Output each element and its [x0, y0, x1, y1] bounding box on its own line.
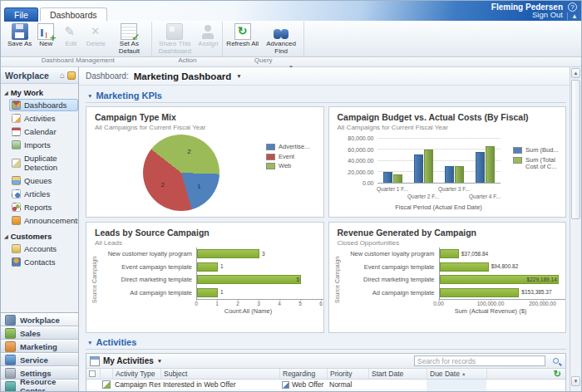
- view-selector[interactable]: My Activities: [103, 356, 154, 365]
- sidebar-item-label: Imports: [24, 140, 51, 149]
- y-axis-tick: 60,000.00: [329, 147, 374, 153]
- x-axis-ticks: 0123456: [196, 300, 323, 307]
- search-input[interactable]: [414, 355, 545, 366]
- scroll-down-icon[interactable]: ▼: [571, 376, 580, 386]
- ribbon-group-action: Share This DashboardAssignAction: [152, 22, 223, 56]
- refresh-grid-icon[interactable]: ↻: [554, 370, 563, 379]
- ribbon-group-buttons: Share This DashboardAssign: [154, 22, 220, 55]
- panel-campaign-type-mix: Campaign Type MixAll Campaigns for Curre…: [86, 106, 324, 218]
- sidebar-item-label: Calendar: [24, 127, 57, 136]
- sidebar-item-label: Contacts: [24, 257, 56, 267]
- set-as-default-button[interactable]: Set As Default: [108, 22, 150, 55]
- scroll-up-icon[interactable]: ▲: [571, 68, 580, 78]
- sidebar-item-calendar[interactable]: Calendar: [9, 125, 78, 138]
- home-icon[interactable]: ⌂: [60, 71, 65, 80]
- scrollbar-thumb[interactable]: [571, 80, 580, 219]
- sidebar-item-accounts[interactable]: Accounts: [9, 243, 78, 255]
- vertical-scrollbar[interactable]: ▲ ▼: [570, 67, 581, 392]
- save-as-button[interactable]: Save As: [6, 22, 33, 48]
- sidebar-group-label: Customers: [11, 232, 52, 241]
- sidebar-item-contacts[interactable]: Contacts: [9, 256, 78, 268]
- nav-button-service[interactable]: Service: [1, 353, 78, 366]
- sidebar-item-imports[interactable]: Imports: [9, 139, 78, 151]
- pie-slice-value: 2: [187, 148, 190, 155]
- y-axis-title: Source Campaign: [334, 254, 340, 306]
- section-activities[interactable]: ▼ Activities: [86, 336, 566, 350]
- set-as-default-icon: [121, 23, 137, 40]
- sidebar-item-dashboards[interactable]: Dashboards: [9, 99, 78, 111]
- settings-icon: [5, 368, 16, 379]
- legend-item: Sum (Bud...: [513, 147, 563, 154]
- sidebar-item-announcements[interactable]: Announcements: [9, 214, 78, 227]
- nav-button-marketing[interactable]: Marketing: [1, 340, 78, 353]
- sidebar-item-label: Announcements: [24, 216, 78, 225]
- bar-row: Event campaign template$94,800.82: [346, 261, 563, 274]
- help-icon[interactable]: ?: [568, 2, 577, 12]
- x-axis-tick: 4: [278, 301, 281, 306]
- grid-rows: Campaign Respo...Interested in Web Offer…: [86, 380, 565, 392]
- nav-button-workplace[interactable]: Workplace: [1, 313, 78, 326]
- legend-label: Web: [279, 163, 291, 170]
- activity-row[interactable]: Campaign Respo...Interested in Web Offer…: [86, 380, 565, 390]
- bar: [197, 288, 218, 297]
- share-this-dashboard-button[interactable]: Share This Dashboard: [154, 22, 195, 55]
- new-button[interactable]: New: [33, 22, 58, 48]
- set-as-default-label: Set As Default: [110, 41, 148, 55]
- tab-file[interactable]: File: [4, 7, 38, 22]
- header-icon-cell: [100, 369, 112, 379]
- duplicate-detection-icon: [12, 159, 21, 168]
- header-checkbox-cell[interactable]: [86, 369, 100, 379]
- column-header-subject[interactable]: Subject: [160, 369, 279, 379]
- sidebar-item-activities[interactable]: Activities: [9, 112, 78, 125]
- legend-item: Event: [266, 154, 310, 161]
- bar-value-label: 3: [262, 251, 265, 257]
- personalize-icon[interactable]: [67, 71, 76, 80]
- sign-out-link[interactable]: Sign Out: [532, 10, 563, 19]
- select-all-checkbox[interactable]: [89, 370, 96, 377]
- minimize-ribbon-icon[interactable]: ▲: [567, 12, 578, 20]
- panel-leads-by-source-campaign: Leads by Source CampaignAll LeadsSource …: [86, 222, 324, 333]
- bar-row: Direct marketing template5: [103, 273, 320, 287]
- refresh-all-button[interactable]: Refresh All: [224, 22, 260, 48]
- bar: [440, 249, 459, 258]
- sidebar-item-label: Duplicate Detection: [24, 154, 76, 172]
- sidebar-item-articles[interactable]: Articles: [9, 188, 78, 200]
- assign-label: Assign: [198, 41, 218, 48]
- activities-grid: My Activities ▼ Activity TypeSubjectRega…: [86, 353, 566, 392]
- nav-button-sales[interactable]: Sales: [1, 326, 78, 340]
- announcements-icon: [12, 216, 21, 225]
- advanced-find-button[interactable]: Advanced Find: [260, 22, 302, 55]
- share-this-dashboard-label: Share This Dashboard: [155, 41, 194, 55]
- sidebar-item-reports[interactable]: Reports: [9, 201, 78, 213]
- dashboard-name-dropdown[interactable]: Marketing Dashboard: [134, 71, 232, 81]
- column-header-label: Start Date: [372, 370, 403, 378]
- view-dropdown-icon[interactable]: ▼: [157, 358, 162, 364]
- content-area: Dashboard: Marketing Dashboard ▼ ▼ Marke…: [79, 67, 581, 392]
- column-header-activity-type[interactable]: Activity Type: [112, 369, 160, 379]
- delete-button[interactable]: Delete: [83, 22, 108, 48]
- column-header-start-date[interactable]: Start Date: [368, 369, 427, 379]
- sidebar-group-header-my-work[interactable]: ◢My Work: [1, 86, 78, 99]
- section-marketing-kpis[interactable]: ▼ Marketing KPIs: [86, 89, 566, 103]
- contacts-icon: [12, 257, 21, 267]
- column-header-regarding[interactable]: Regarding: [279, 369, 327, 379]
- column-header-due-date[interactable]: Due Date▲: [427, 369, 486, 379]
- sidebar-item-label: Activities: [24, 114, 55, 123]
- chart-body: New customer loyalty program3Event campa…: [103, 247, 320, 307]
- assign-button[interactable]: Assign: [195, 22, 220, 48]
- bar: [440, 262, 489, 272]
- nav-button-label: Settings: [20, 369, 51, 378]
- sidebar-group-header-customers[interactable]: ◢Customers: [1, 230, 78, 243]
- column-header-label: Regarding: [283, 370, 315, 378]
- nav-button-resource-center[interactable]: Resource Center: [1, 380, 78, 392]
- sidebar-item-queues[interactable]: Queues: [9, 174, 78, 187]
- search-icon: [553, 358, 559, 364]
- tab-dashboards[interactable]: Dashboards: [40, 7, 107, 22]
- workplace-icon: [5, 315, 16, 326]
- sidebar-item-duplicate-detection[interactable]: Duplicate Detection: [9, 152, 78, 174]
- edit-button[interactable]: Edit: [58, 22, 83, 48]
- legend-swatch: [266, 163, 275, 169]
- dashboard-dropdown-icon[interactable]: ▼: [236, 73, 241, 79]
- column-header-priority[interactable]: Priority: [327, 369, 368, 379]
- search-button[interactable]: [549, 355, 562, 367]
